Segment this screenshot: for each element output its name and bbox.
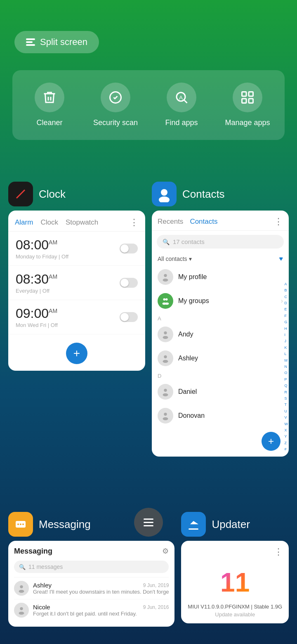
quick-action-manage-apps[interactable]: Manage apps — [214, 83, 280, 128]
quick-action-security-scan[interactable]: Security scan — [82, 83, 148, 128]
svg-point-18 — [165, 303, 169, 305]
svg-rect-6 — [242, 99, 247, 103]
svg-point-30 — [20, 523, 21, 525]
msg-name-row-nicole: Nicole 9 Jun, 2016 — [33, 604, 169, 611]
updater-app-title: Updater — [212, 518, 250, 531]
updater-version: MIUI V11.0.9.0.PFGINXM | Stable 1.9G — [187, 604, 283, 610]
person-icon — [161, 272, 170, 282]
svg-point-20 — [163, 336, 168, 339]
add-alarm-button[interactable]: + — [66, 343, 87, 364]
tab-recents[interactable]: Recents — [158, 218, 183, 226]
shield-check-icon — [108, 90, 123, 105]
contact-daniel[interactable]: Daniel — [152, 380, 289, 404]
svg-point-23 — [164, 389, 167, 392]
daniel-avatar — [158, 384, 173, 400]
tab-stopwatch[interactable]: Stopwatch — [66, 218, 98, 227]
contact-name-groups: My groups — [178, 297, 276, 305]
alarm-time-2: 08:30AM — [16, 272, 120, 287]
profile-avatar — [158, 269, 173, 285]
svg-point-15 — [163, 298, 166, 301]
svg-text:A: A — [179, 95, 183, 101]
alarm-toggle-1[interactable] — [120, 244, 138, 253]
svg-point-33 — [19, 590, 24, 593]
contact-my-profile[interactable]: My profile — [152, 265, 289, 289]
svg-rect-7 — [249, 99, 253, 103]
svg-point-32 — [20, 585, 23, 588]
cleaner-label: Cleaner — [36, 118, 62, 128]
groups-avatar — [158, 293, 173, 309]
person-icon — [161, 411, 170, 420]
svg-line-2 — [184, 100, 187, 103]
contacts-app-icon — [152, 182, 177, 206]
messaging-card: Messaging ⚙ 🔍 11 messages Ashley 9 Jun, … — [8, 541, 174, 627]
messaging-search-placeholder: 11 messages — [28, 564, 63, 570]
contact-ashley[interactable]: Ashley — [152, 346, 289, 370]
alarm-item-3[interactable]: 09:00AM Mon Wed Fri | Off — [8, 300, 145, 334]
find-apps-icon-bg: A — [167, 83, 196, 112]
clock-widget: Clock Alarm Clock Stopwatch ⋮ 08:00AM Mo… — [8, 182, 145, 457]
cleaner-icon-bg — [35, 83, 64, 112]
alarm-toggle-2[interactable] — [120, 278, 138, 288]
contact-name-ashley: Ashley — [178, 355, 283, 362]
updater-widget: Updater ⋮ 11 MIUI V11.0.9.0.PFGINXM | St… — [181, 512, 289, 627]
alarm-info-1: 08:00AM Monday to Friday | Off — [16, 237, 120, 260]
msg-avatar-ashley — [14, 581, 29, 596]
bottom-menu-button[interactable] — [134, 508, 163, 537]
updater-card-header: ⋮ — [187, 547, 283, 557]
tab-contacts[interactable]: Contacts — [190, 218, 217, 226]
alarm-desc-2: Everyday | Off — [16, 288, 120, 294]
quick-action-cleaner[interactable]: Cleaner — [16, 83, 82, 128]
hamburger-icon — [144, 519, 153, 526]
donovan-avatar — [158, 408, 173, 424]
split-screen-button[interactable]: Split screen — [14, 31, 99, 53]
groups-icon — [161, 296, 170, 305]
msg-content-ashley: Ashley 9 Jun, 2019 Great! I'll meet you … — [33, 582, 169, 595]
alarm-toggle-3[interactable] — [120, 312, 138, 322]
clock-icon — [12, 186, 29, 202]
messaging-app-icon — [8, 512, 33, 537]
clock-more-icon[interactable]: ⋮ — [130, 217, 139, 228]
contacts-search-box[interactable]: 🔍 17 contacts — [157, 235, 284, 249]
msg-text-ashley: Great! I'll meet you downstairs in ten m… — [33, 589, 169, 595]
alarm-item-1[interactable]: 08:00AM Monday to Friday | Off — [8, 232, 145, 266]
svg-point-35 — [19, 612, 24, 615]
messaging-settings-icon[interactable]: ⚙ — [162, 547, 169, 556]
contact-name-andy: Andy — [178, 331, 283, 338]
heart-icon: ♥ — [279, 255, 283, 263]
person-icon — [161, 387, 170, 396]
svg-point-14 — [163, 279, 168, 282]
svg-point-21 — [164, 355, 167, 358]
contacts-search-placeholder: 17 contacts — [173, 238, 205, 245]
alarm-desc-3: Mon Wed Fri | Off — [16, 322, 120, 328]
split-screen-icon — [26, 38, 35, 46]
person-icon — [161, 354, 170, 363]
updater-app-header: Updater — [181, 512, 289, 537]
updater-more-icon[interactable]: ⋮ — [274, 547, 283, 557]
message-item-nicole[interactable]: Nicole 9 Jun, 2016 Forget it.I don't bl … — [14, 599, 169, 621]
section-label-d: D — [152, 370, 289, 380]
contact-my-groups[interactable]: My groups › — [152, 289, 289, 313]
contacts-app-title: Contacts — [182, 188, 225, 201]
tab-clock[interactable]: Clock — [40, 218, 58, 227]
alarm-item-2[interactable]: 08:30AM Everyday | Off — [8, 266, 145, 300]
security-scan-label: Security scan — [93, 118, 138, 128]
add-contact-button[interactable]: + — [262, 432, 280, 451]
chevron-right-icon: › — [281, 297, 283, 305]
contact-andy[interactable]: Andy — [152, 322, 289, 346]
tab-alarm[interactable]: Alarm — [15, 218, 33, 227]
messaging-card-title: Messaging — [14, 547, 52, 556]
clock-app-icon — [8, 182, 33, 206]
messaging-search-box[interactable]: 🔍 11 messages — [14, 561, 169, 573]
quick-action-find-apps[interactable]: A Find apps — [148, 83, 214, 128]
clock-app-header: Clock — [8, 182, 145, 206]
contact-name-profile: My profile — [178, 273, 283, 281]
contacts-filter[interactable]: All contacts ▾ ♥ — [152, 253, 289, 265]
alarm-desc-1: Monday to Friday | Off — [16, 253, 120, 260]
svg-point-22 — [163, 360, 168, 363]
contact-name-daniel: Daniel — [178, 388, 283, 395]
contact-donovan[interactable]: Donovan — [152, 404, 289, 428]
svg-point-24 — [163, 393, 168, 396]
message-item-ashley[interactable]: Ashley 9 Jun, 2019 Great! I'll meet you … — [14, 577, 169, 599]
miui-logo: 11 — [187, 566, 283, 599]
contacts-more-icon[interactable]: ⋮ — [274, 216, 283, 227]
